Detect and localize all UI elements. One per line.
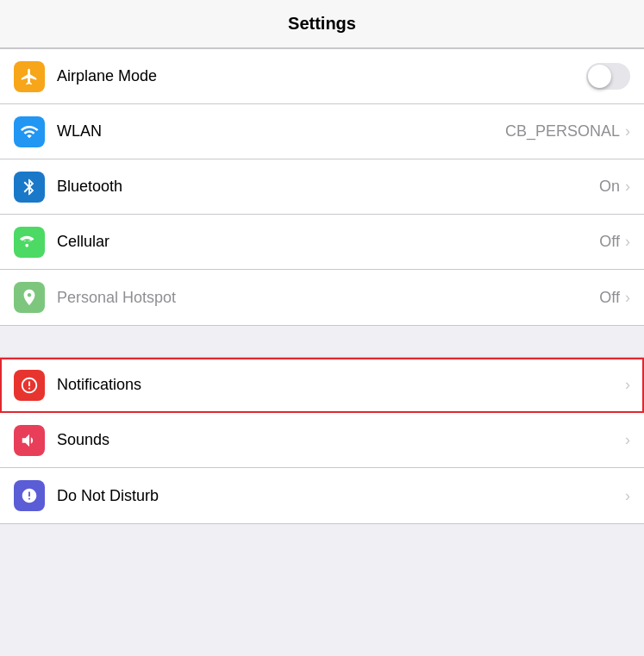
notifications-row[interactable]: Notifications › (0, 358, 644, 413)
bluetooth-value: On › (599, 178, 630, 196)
page-title: Settings (288, 14, 356, 34)
dnd-icon-wrapper (14, 480, 45, 511)
personal-hotspot-row[interactable]: Personal Hotspot Off › (0, 270, 644, 325)
sounds-icon-wrapper (14, 425, 45, 456)
notifications-icon (20, 376, 39, 395)
wlan-chevron: › (625, 122, 630, 141)
notifications-label: Notifications (57, 376, 623, 394)
cellular-value: Off › (599, 233, 630, 251)
airplane-icon (20, 67, 39, 86)
airplane-mode-toggle[interactable] (586, 63, 630, 90)
cellular-label: Cellular (57, 233, 599, 251)
bluetooth-icon-wrapper (14, 172, 45, 203)
bluetooth-chevron: › (625, 178, 630, 196)
wifi-icon (20, 122, 39, 141)
hotspot-icon-wrapper (14, 282, 45, 313)
cellular-icon (20, 233, 39, 252)
personal-hotspot-label: Personal Hotspot (57, 289, 599, 307)
cellular-chevron: › (625, 233, 630, 251)
settings-screen: Settings Airplane Mode WLAN CB_PERSONAL (0, 0, 644, 524)
dnd-chevron: › (625, 487, 630, 505)
cellular-row[interactable]: Cellular Off › (0, 215, 644, 270)
sounds-chevron-wrapper: › (623, 431, 630, 449)
sounds-label: Sounds (57, 431, 623, 449)
wlan-icon-wrapper (14, 116, 45, 147)
dnd-chevron-wrapper: › (623, 487, 630, 505)
header: Settings (0, 0, 644, 48)
do-not-disturb-label: Do Not Disturb (57, 487, 623, 505)
connectivity-section: Airplane Mode WLAN CB_PERSONAL › (0, 48, 644, 326)
notifications-chevron-wrapper: › (623, 376, 630, 394)
hotspot-value: Off › (599, 289, 630, 307)
airplane-mode-label: Airplane Mode (57, 67, 586, 85)
hotspot-chevron: › (625, 289, 630, 307)
bluetooth-icon (20, 178, 39, 197)
wlan-label: WLAN (57, 122, 505, 141)
airplane-mode-row[interactable]: Airplane Mode (0, 49, 644, 104)
notifications-chevron: › (625, 376, 630, 394)
hotspot-icon (20, 288, 39, 307)
sounds-row[interactable]: Sounds › (0, 413, 644, 468)
wlan-row[interactable]: WLAN CB_PERSONAL › (0, 104, 644, 159)
cellular-icon-wrapper (14, 227, 45, 258)
notifications-icon-wrapper (14, 370, 45, 401)
airplane-mode-icon-wrapper (14, 61, 45, 92)
section-separator (0, 326, 644, 357)
bluetooth-row[interactable]: Bluetooth On › (0, 159, 644, 215)
do-not-disturb-icon (20, 486, 39, 505)
sounds-icon (20, 431, 39, 450)
wlan-value: CB_PERSONAL › (505, 122, 630, 141)
system-section: Notifications › Sounds › D (0, 357, 644, 524)
bluetooth-label: Bluetooth (57, 178, 599, 196)
sounds-chevron: › (625, 431, 630, 449)
do-not-disturb-row[interactable]: Do Not Disturb › (0, 468, 644, 523)
